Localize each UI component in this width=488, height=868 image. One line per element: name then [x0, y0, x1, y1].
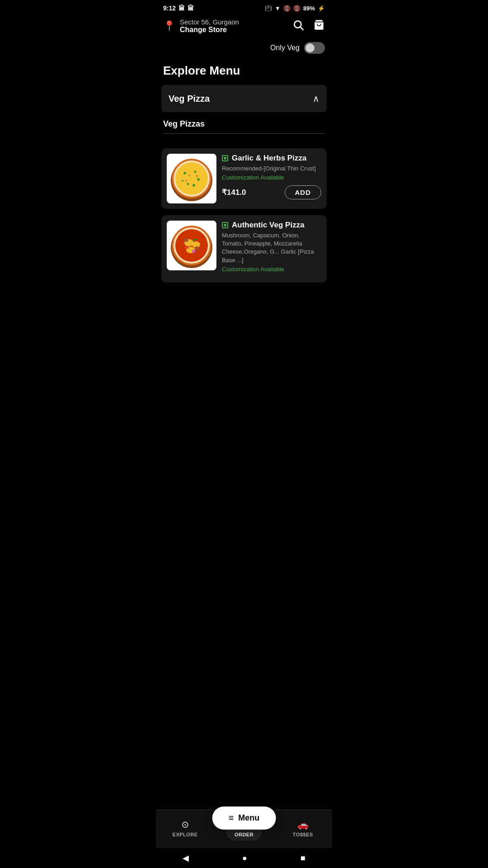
cart-button[interactable]: [313, 19, 325, 33]
svg-point-9: [187, 183, 189, 185]
search-button[interactable]: [292, 19, 304, 33]
svg-point-5: [175, 162, 208, 195]
svg-point-26: [192, 250, 196, 253]
time-display: 9:12: [163, 5, 176, 12]
svg-point-7: [194, 171, 197, 173]
svg-point-22: [184, 238, 188, 242]
item-card-garlic-herbs: Garlic & Herbs Pizza Recommended-[Origin…: [161, 148, 327, 209]
notification-icon-2: 🏛: [188, 5, 194, 12]
location-area: Sector 56, Gurgaon: [180, 18, 239, 26]
item-description-2: Mushroom, Capsicum, Onion, Tomato, Pinea…: [222, 231, 321, 264]
svg-point-12: [188, 175, 190, 176]
search-icon: [292, 19, 304, 31]
chevron-up-icon: ∧: [313, 93, 319, 104]
svg-point-23: [195, 246, 199, 250]
item-name-row-2: Authentic Veg Pizza: [222, 221, 321, 230]
only-veg-label: Only Veg: [270, 44, 300, 52]
vibrate-icon: 📳: [265, 5, 272, 12]
location-section[interactable]: 📍 Sector 56, Gurgaon Change Store: [163, 18, 239, 34]
item-image-authentic-veg: [167, 221, 216, 270]
subcategory-veg-pizzas: Veg Pizzas: [156, 119, 332, 148]
battery-text: 89%: [303, 5, 315, 12]
header-actions: [292, 19, 325, 33]
subcategory-title: Veg Pizzas: [163, 119, 325, 134]
item-card-authentic-veg: Authentic Veg Pizza Mushroom, Capsicum, …: [161, 215, 327, 283]
item-price: ₹141.0: [222, 188, 246, 197]
veg-dot-2: [224, 224, 226, 226]
svg-point-14: [185, 180, 187, 182]
battery-icon: ⚡: [318, 5, 325, 12]
item-name: Garlic & Herbs Pizza: [232, 154, 306, 163]
cart-icon: [313, 19, 325, 31]
item-details-garlic-herbs: Garlic & Herbs Pizza Recommended-[Origin…: [222, 154, 321, 199]
svg-line-1: [300, 27, 303, 29]
svg-point-11: [192, 184, 195, 187]
veg-indicator: [222, 155, 228, 161]
signal-icon: 📵: [283, 5, 291, 12]
item-description: Recommended-[Original Thin Crust]: [222, 165, 321, 173]
wifi-icon: ▼: [275, 5, 281, 12]
item-image-garlic-herbs: [167, 154, 216, 203]
veg-dot: [224, 157, 226, 160]
header: 📍 Sector 56, Gurgaon Change Store: [156, 14, 332, 40]
only-veg-toggle[interactable]: [304, 42, 325, 54]
customization-label-2: Customization Available: [222, 266, 321, 273]
notification-icon: 🏛: [178, 5, 185, 12]
veg-indicator-2: [222, 222, 228, 228]
location-info: Sector 56, Gurgaon Change Store: [180, 18, 239, 34]
status-bar: 9:12 🏛 🏛 📳 ▼ 📵 📵 89% ⚡: [156, 0, 332, 14]
location-pin-icon: 📍: [163, 20, 175, 32]
add-button-garlic-herbs[interactable]: ADD: [285, 185, 322, 199]
category-name: Veg Pizza: [169, 94, 210, 104]
item-name-row: Garlic & Herbs Pizza: [222, 154, 321, 163]
only-veg-row: Only Veg: [156, 40, 332, 61]
svg-point-8: [197, 178, 200, 181]
item-bottom-row: ₹141.0 ADD: [222, 185, 321, 199]
change-store-link[interactable]: Change Store: [180, 26, 239, 34]
svg-point-13: [196, 175, 198, 177]
svg-point-10: [182, 180, 183, 182]
category-veg-pizza[interactable]: Veg Pizza ∧: [161, 85, 327, 112]
svg-point-6: [183, 172, 186, 175]
item-name-2: Authentic Veg Pizza: [232, 221, 305, 230]
customization-label: Customization Available: [222, 174, 321, 181]
item-details-authentic-veg: Authentic Veg Pizza Mushroom, Capsicum, …: [222, 221, 321, 277]
page-title: Explore Menu: [156, 61, 332, 85]
signal-icon-2: 📵: [293, 5, 300, 12]
